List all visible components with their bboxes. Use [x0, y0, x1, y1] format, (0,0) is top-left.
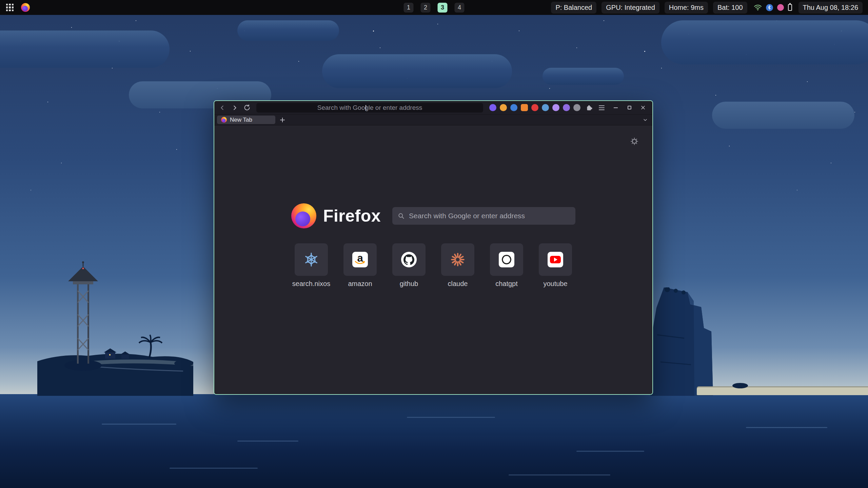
extension-icon[interactable] — [521, 104, 528, 111]
island-watchtower — [37, 253, 193, 396]
firefox-logo — [291, 203, 316, 228]
youtube-icon — [548, 252, 563, 267]
search-icon — [398, 212, 405, 220]
cliff-rocks — [644, 287, 725, 396]
power-profile-indicator: P: Balanced — [551, 2, 596, 14]
water-streak — [237, 441, 298, 442]
new-tab-button[interactable] — [278, 116, 287, 124]
workspace-button-2[interactable]: 2 — [421, 3, 431, 13]
water-streak — [170, 468, 258, 469]
device-battery-icon[interactable] — [788, 4, 792, 11]
hamburger-menu-icon[interactable] — [597, 103, 606, 113]
battery-indicator: Bat: 100 — [713, 2, 747, 14]
workspace-switcher: 1 2 3 4 — [404, 3, 465, 13]
github-icon — [401, 252, 417, 267]
reload-button[interactable] — [242, 103, 252, 113]
browser-toolbar: Search with Google or enter address — [214, 101, 652, 115]
gpu-indicator: GPU: Integrated — [601, 2, 659, 14]
firefox-wordmark: Firefox — [323, 206, 381, 226]
personalize-gear-icon[interactable] — [629, 136, 639, 146]
status-bar: 1 2 3 4 P: Balanced GPU: Integrated Home… — [0, 0, 868, 15]
extension-icon[interactable] — [552, 104, 559, 111]
tab-favicon-firefox-icon — [221, 117, 227, 123]
back-button[interactable] — [218, 103, 227, 113]
nixos-snowflake-icon — [303, 252, 319, 267]
cloud — [0, 30, 170, 68]
shortcut-youtube[interactable]: youtube — [539, 243, 572, 288]
water-streak — [407, 417, 495, 418]
extension-icon[interactable] — [542, 104, 549, 111]
shortcut-amazon[interactable]: a amazon — [343, 243, 377, 288]
shortcut-tiles: search.nixos a amazon — [295, 243, 572, 288]
chatgpt-icon — [499, 252, 514, 267]
text-caret — [366, 105, 366, 110]
minimize-button[interactable] — [612, 104, 620, 112]
maximize-button[interactable] — [625, 104, 633, 112]
url-bar[interactable]: Search with Google or enter address — [256, 103, 483, 113]
tab-strip: New Tab — [214, 115, 652, 125]
rock — [732, 383, 748, 388]
extension-icon[interactable] — [500, 104, 507, 111]
shortcut-chatgpt[interactable]: chatgpt — [490, 243, 523, 288]
extension-icon[interactable] — [531, 104, 538, 111]
page-search-input[interactable] — [409, 212, 570, 220]
bluetooth-icon[interactable] — [766, 4, 773, 11]
amazon-icon: a — [352, 252, 368, 267]
claude-starburst-icon — [450, 252, 466, 267]
extensions-puzzle-icon[interactable] — [585, 103, 594, 113]
workspace-button-3[interactable]: 3 — [438, 3, 448, 13]
app-launcher-icon[interactable] — [5, 3, 14, 12]
cloud — [712, 102, 854, 129]
new-tab-page: Firefox — [214, 125, 652, 394]
tab-new-tab[interactable]: New Tab — [217, 116, 275, 124]
extension-icon[interactable] — [563, 104, 570, 111]
shortcut-github[interactable]: github — [392, 243, 426, 288]
water-streak — [509, 474, 610, 475]
page-search-bar[interactable] — [392, 207, 575, 225]
extension-icon[interactable] — [489, 104, 496, 111]
cloud — [542, 68, 624, 85]
cloud — [322, 54, 512, 88]
list-all-tabs-chevron-icon[interactable] — [641, 116, 650, 124]
beach — [697, 386, 868, 395]
firefox-branding-row: Firefox — [291, 203, 575, 228]
window-controls — [612, 104, 649, 112]
firefox-window: Search with Google or enter address — [214, 100, 653, 395]
clock[interactable]: Thu Aug 08, 18:26 — [798, 2, 863, 14]
shortcut-search-nixos[interactable]: search.nixos — [295, 243, 328, 288]
wallpaper-ocean — [0, 394, 868, 488]
url-bar-placeholder: Search with Google or enter address — [317, 104, 422, 111]
extension-icon[interactable] — [573, 104, 580, 111]
workspace-button-1[interactable]: 1 — [404, 3, 414, 13]
forward-button[interactable] — [230, 103, 239, 113]
workspace-button-4[interactable]: 4 — [455, 3, 465, 13]
extension-toolbar — [488, 104, 582, 111]
cloud — [661, 20, 868, 64]
wifi-icon[interactable] — [754, 3, 762, 12]
water-streak — [576, 451, 644, 452]
firefox-launcher-icon[interactable] — [21, 3, 30, 12]
close-button[interactable] — [639, 104, 647, 112]
system-tray — [752, 3, 793, 12]
ping-indicator: Home: 9ms — [665, 2, 708, 14]
water-streak — [102, 424, 176, 425]
tab-title: New Tab — [230, 117, 252, 123]
color-profile-icon[interactable] — [777, 4, 784, 11]
cloud — [237, 20, 339, 41]
extension-icon[interactable] — [510, 104, 517, 111]
shortcut-claude[interactable]: claude — [441, 243, 474, 288]
water-streak — [746, 427, 827, 428]
